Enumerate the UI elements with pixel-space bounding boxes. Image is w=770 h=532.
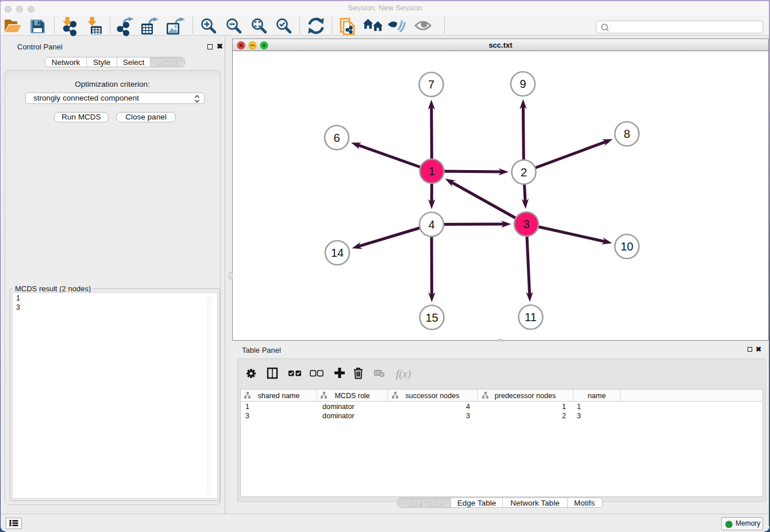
svg-text:3: 3 xyxy=(523,218,529,230)
svg-text:11: 11 xyxy=(525,311,537,323)
svg-text:6: 6 xyxy=(333,131,340,144)
svg-text:1: 1 xyxy=(428,165,434,178)
svg-text:9: 9 xyxy=(519,78,526,90)
svg-text:4: 4 xyxy=(428,218,434,230)
svg-text:2: 2 xyxy=(520,165,526,178)
svg-text:f(x): f(x) xyxy=(396,368,411,380)
svg-text:7: 7 xyxy=(428,78,434,91)
svg-text:8: 8 xyxy=(623,128,630,140)
svg-text:10: 10 xyxy=(620,240,633,253)
svg-text:14: 14 xyxy=(330,246,343,259)
svg-text:15: 15 xyxy=(425,311,438,323)
